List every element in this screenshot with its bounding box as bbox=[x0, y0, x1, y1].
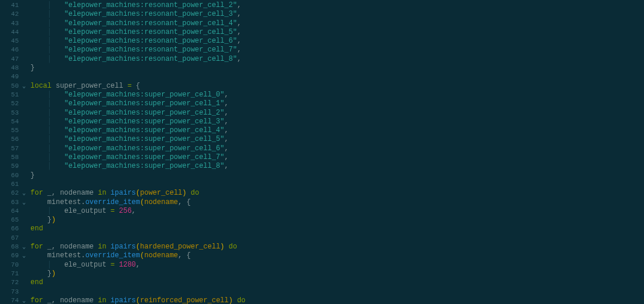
token-guide bbox=[30, 126, 47, 134]
token-str: "elepower_machines:resonant_power_cell_3… bbox=[64, 10, 237, 18]
code-line[interactable]: │ "elepower_machines:resonant_power_cell… bbox=[30, 19, 644, 28]
line-number: 61 bbox=[5, 180, 19, 189]
token-guide: │ bbox=[47, 153, 64, 161]
token-guide bbox=[30, 207, 47, 215]
code-line[interactable]: │ "elepower_machines:resonant_power_cell… bbox=[30, 1, 644, 10]
code-line[interactable]: local super_power_cell = { bbox=[30, 82, 644, 91]
token-ident: nodename bbox=[56, 296, 98, 304]
gutter-line: 59 bbox=[0, 162, 30, 171]
line-number: 70 bbox=[5, 261, 19, 270]
code-line[interactable]: │ "elepower_machines:resonant_power_cell… bbox=[30, 28, 644, 37]
line-number: 49 bbox=[5, 72, 19, 81]
code-line[interactable]: │ "elepower_machines:super_power_cell_1"… bbox=[30, 99, 644, 108]
code-line[interactable]: for _, nodename in ipairs(reinforced_pow… bbox=[30, 296, 644, 304]
gutter-line: 41 bbox=[0, 1, 30, 10]
token-punct: , bbox=[136, 261, 140, 269]
token-ident bbox=[224, 243, 228, 251]
token-param: nodename bbox=[144, 251, 178, 260]
code-line[interactable]: │ ele_output = 256, bbox=[30, 207, 644, 216]
code-line[interactable]: │ "elepower_machines:resonant_power_cell… bbox=[30, 46, 644, 54]
code-line[interactable]: minetest.override_item(nodename, { bbox=[30, 251, 644, 260]
token-op: = bbox=[111, 207, 115, 215]
token-str: "elepower_machines:resonant_power_cell_8… bbox=[64, 55, 237, 63]
token-func: override_item bbox=[85, 198, 141, 206]
token-guide: │ bbox=[47, 118, 64, 126]
code-line[interactable]: │ "elepower_machines:super_power_cell_2"… bbox=[30, 109, 644, 118]
code-line[interactable]: │ ele_output = 1280, bbox=[30, 261, 644, 270]
line-number: 66 bbox=[5, 224, 19, 233]
token-ident bbox=[107, 243, 111, 251]
line-number: 51 bbox=[5, 91, 19, 99]
gutter-line: 66 bbox=[0, 224, 30, 233]
token-ident: super_power_cell bbox=[52, 82, 128, 90]
code-line[interactable] bbox=[30, 288, 644, 296]
line-number: 52 bbox=[5, 99, 19, 108]
code-editor[interactable]: 41424344454647484950⌄5152535455565758596… bbox=[0, 0, 644, 304]
gutter-line: 43 bbox=[0, 19, 30, 28]
fold-chevron-icon[interactable]: ⌄ bbox=[20, 243, 28, 251]
code-line[interactable]: │ "elepower_machines:super_power_cell_6"… bbox=[30, 144, 644, 153]
gutter-line: 58 bbox=[0, 153, 30, 162]
token-str: "elepower_machines:super_power_cell_5" bbox=[64, 135, 225, 143]
code-line[interactable]: │ "elepower_machines:super_power_cell_7"… bbox=[30, 153, 644, 162]
token-kw: local bbox=[30, 82, 52, 90]
token-punct: , bbox=[237, 55, 241, 63]
token-punct: { bbox=[186, 198, 190, 206]
code-line[interactable]: end bbox=[30, 224, 644, 233]
token-param: hardened_power_cell bbox=[140, 243, 220, 251]
fold-chevron-icon[interactable]: ⌄ bbox=[20, 251, 28, 260]
gutter-line: 65 bbox=[0, 216, 30, 224]
code-line[interactable]: for _, nodename in ipairs(power_cell) do bbox=[30, 189, 644, 198]
fold-chevron-icon[interactable]: ⌄ bbox=[20, 296, 28, 304]
token-guide: │ bbox=[47, 55, 64, 63]
token-paren: ) bbox=[52, 270, 56, 278]
code-line[interactable]: }) bbox=[30, 216, 644, 224]
gutter-line: 49 bbox=[0, 72, 30, 81]
code-line[interactable]: │ "elepower_machines:resonant_power_cell… bbox=[30, 10, 644, 19]
code-line[interactable]: }) bbox=[30, 270, 644, 278]
line-number: 71 bbox=[5, 270, 19, 278]
code-line[interactable]: for _, nodename in ipairs(hardened_power… bbox=[30, 243, 644, 251]
token-punct: , bbox=[237, 37, 241, 45]
token-guide bbox=[30, 28, 47, 36]
token-guide bbox=[30, 37, 47, 45]
fold-chevron-icon[interactable]: ⌄ bbox=[20, 198, 28, 207]
line-number: 50 bbox=[5, 82, 19, 91]
token-guide: │ bbox=[47, 99, 64, 108]
token-guide bbox=[30, 144, 47, 153]
token-punct: { bbox=[186, 251, 190, 260]
token-str: "elepower_machines:super_power_cell_0" bbox=[64, 91, 225, 99]
code-line[interactable]: │ "elepower_machines:resonant_power_cell… bbox=[30, 55, 644, 64]
code-line[interactable] bbox=[30, 180, 644, 189]
code-line[interactable]: │ "elepower_machines:super_power_cell_0"… bbox=[30, 91, 644, 99]
line-number: 59 bbox=[5, 162, 19, 171]
code-line[interactable]: │ "elepower_machines:super_power_cell_4"… bbox=[30, 126, 644, 135]
token-punct: , bbox=[224, 162, 228, 170]
fold-chevron-icon[interactable]: ⌄ bbox=[20, 189, 28, 198]
code-line[interactable]: │ "elepower_machines:super_power_cell_5"… bbox=[30, 135, 644, 144]
code-line[interactable]: end bbox=[30, 278, 644, 287]
token-ident: nodename bbox=[56, 189, 98, 197]
token-ident: _ bbox=[43, 189, 52, 197]
gutter-line: 69⌄ bbox=[0, 251, 30, 260]
code-line[interactable] bbox=[30, 72, 644, 81]
token-str: "elepower_machines:super_power_cell_2" bbox=[64, 109, 225, 117]
fold-chevron-icon[interactable]: ⌄ bbox=[20, 82, 28, 91]
token-guide: │ bbox=[47, 46, 64, 54]
code-line[interactable]: } bbox=[30, 171, 644, 180]
code-line[interactable]: │ "elepower_machines:super_power_cell_3"… bbox=[30, 118, 644, 126]
token-punct: , bbox=[178, 251, 186, 260]
code-line[interactable]: │ "elepower_machines:resonant_power_cell… bbox=[30, 37, 644, 46]
token-kw: do bbox=[237, 296, 245, 304]
code-line[interactable]: │ "elepower_machines:super_power_cell_8"… bbox=[30, 162, 644, 171]
token-guide bbox=[30, 10, 47, 18]
token-kw: in bbox=[98, 296, 106, 304]
gutter-line: 51 bbox=[0, 91, 30, 99]
line-number: 47 bbox=[5, 55, 19, 64]
token-str: "elepower_machines:super_power_cell_7" bbox=[64, 153, 225, 161]
code-line[interactable]: } bbox=[30, 64, 644, 72]
code-line[interactable] bbox=[30, 234, 644, 243]
code-line[interactable]: minetest.override_item(nodename, { bbox=[30, 198, 644, 207]
token-kw: in bbox=[98, 189, 106, 197]
code-area[interactable]: │ "elepower_machines:resonant_power_cell… bbox=[30, 0, 644, 304]
